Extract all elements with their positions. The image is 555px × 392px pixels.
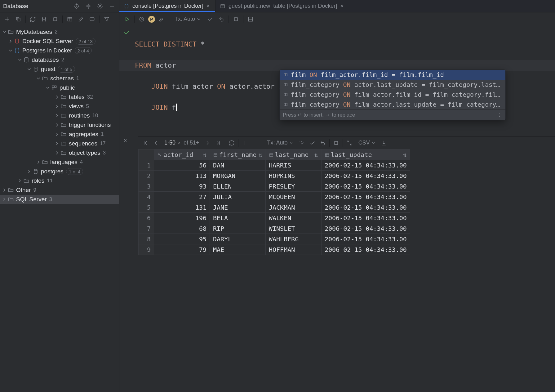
- cell-last-update[interactable]: 2006-02-15 04:34:33.00: [322, 234, 410, 244]
- stop-icon[interactable]: [51, 15, 60, 24]
- tree-node-object-types[interactable]: object types 3: [0, 148, 119, 158]
- cell-last-update[interactable]: 2006-02-15 04:34:33.00: [322, 223, 410, 234]
- tree-node-tables[interactable]: tables 32: [0, 92, 119, 102]
- filter-icon[interactable]: [102, 15, 111, 24]
- next-page-icon[interactable]: [203, 138, 212, 148]
- table-row[interactable]: 156DANHARRIS2006-02-15 04:34:33.00: [139, 160, 410, 171]
- stop-icon[interactable]: [231, 15, 241, 24]
- table-row[interactable]: 895DARYLWAHLBERG2006-02-15 04:34:33.00: [139, 234, 410, 244]
- cell-last-name[interactable]: PRESLEY: [266, 181, 322, 192]
- column-header[interactable]: actor_id ⇅: [154, 149, 210, 160]
- tree-node-postgres-db[interactable]: postgres 1 of 4: [0, 167, 119, 176]
- more-icon[interactable]: ⋮: [497, 112, 502, 118]
- cell-first-name[interactable]: DARYL: [210, 234, 266, 244]
- rollback-icon[interactable]: [217, 15, 226, 24]
- cell-last-name[interactable]: WAHLBERG: [266, 234, 322, 244]
- cell-last-name[interactable]: HOPKINS: [266, 171, 322, 181]
- target-icon[interactable]: [73, 2, 81, 10]
- stop-icon[interactable]: [331, 138, 341, 148]
- cell-actor-id[interactable]: 113: [154, 171, 210, 181]
- tree-node-sqlserver[interactable]: SQL Server 3: [0, 195, 119, 204]
- table-row[interactable]: 393ELLENPRESLEY2006-02-15 04:34:33.00: [139, 181, 410, 192]
- tree-node-roles[interactable]: roles 11: [0, 176, 119, 185]
- table-row[interactable]: 427JULIAMCQUEEN2006-02-15 04:34:33.00: [139, 192, 410, 202]
- tree-node-postgres[interactable]: Postgres in Docker 2 of 4: [0, 46, 119, 55]
- output-layout-icon[interactable]: [246, 15, 255, 24]
- gear-icon[interactable]: [96, 2, 104, 10]
- tree-node-views[interactable]: views 5: [0, 102, 119, 111]
- cell-last-update[interactable]: 2006-02-15 04:34:33.00: [322, 181, 410, 192]
- table-row[interactable]: 5131JANEJACKMAN2006-02-15 04:34:33.00: [139, 202, 410, 213]
- close-icon[interactable]: ×: [206, 3, 211, 9]
- cell-first-name[interactable]: JANE: [210, 202, 266, 213]
- autocomplete-item[interactable]: film_category ON film_actor.film_id = fi…: [280, 90, 505, 100]
- tree-node-trigger-functions[interactable]: trigger functions: [0, 120, 119, 130]
- diff-icon[interactable]: [39, 15, 49, 24]
- last-page-icon[interactable]: [214, 138, 223, 148]
- autocomplete-item[interactable]: film_category ON actor.last_update = fil…: [280, 80, 505, 90]
- column-header[interactable]: last_update ⇅: [322, 149, 410, 160]
- minimize-icon[interactable]: [108, 2, 116, 10]
- export-format-dropdown[interactable]: CSV: [355, 140, 378, 146]
- cell-actor-id[interactable]: 56: [154, 160, 210, 171]
- db-commit-icon[interactable]: DB: [297, 138, 306, 148]
- cell-actor-id[interactable]: 79: [154, 244, 210, 255]
- download-icon[interactable]: [379, 138, 388, 148]
- refresh-icon[interactable]: [28, 15, 38, 24]
- remove-row-icon[interactable]: [251, 138, 260, 148]
- tree-node-databases[interactable]: databases 2: [0, 55, 119, 65]
- commit-icon[interactable]: [206, 15, 215, 24]
- wrench-icon[interactable]: [157, 15, 166, 24]
- cell-last-name[interactable]: WINSLET: [266, 223, 322, 234]
- autocomplete-popup[interactable]: film ON film_actor.film_id = film.film_i…: [279, 69, 506, 120]
- first-page-icon[interactable]: [141, 138, 150, 148]
- tree-node-languages[interactable]: languages 4: [0, 158, 119, 167]
- autocomplete-item[interactable]: film_category ON film_actor.last_update …: [280, 100, 505, 109]
- close-icon[interactable]: ×: [124, 137, 129, 144]
- cell-first-name[interactable]: DAN: [210, 160, 266, 171]
- column-header[interactable]: first_name ⇅: [210, 149, 266, 160]
- page-range-dropdown[interactable]: 1-50 of 51+: [162, 140, 202, 146]
- cell-first-name[interactable]: ELLEN: [210, 181, 266, 192]
- cell-first-name[interactable]: BELA: [210, 213, 266, 223]
- table-view-icon[interactable]: [65, 15, 74, 24]
- cell-last-update[interactable]: 2006-02-15 04:34:33.00: [322, 160, 410, 171]
- reload-icon[interactable]: [227, 138, 236, 148]
- cell-last-update[interactable]: 2006-02-15 04:34:33.00: [322, 192, 410, 202]
- cell-actor-id[interactable]: 196: [154, 213, 210, 223]
- cell-actor-id[interactable]: 93: [154, 181, 210, 192]
- cell-actor-id[interactable]: 27: [154, 192, 210, 202]
- cell-first-name[interactable]: MAE: [210, 244, 266, 255]
- tab-new-table[interactable]: guest.public.new_table [Postgres in Dock…: [215, 0, 349, 12]
- results-grid[interactable]: actor_id ⇅first_name ⇅last_name ⇅last_up…: [138, 149, 555, 392]
- ql-icon[interactable]: [87, 15, 97, 24]
- edit-icon[interactable]: [76, 15, 86, 24]
- table-row[interactable]: 6196BELAWALKEN2006-02-15 04:34:33.00: [139, 213, 410, 223]
- collapse-all-icon[interactable]: [84, 2, 92, 10]
- tree-node-other[interactable]: Other 9: [0, 185, 119, 195]
- run-icon[interactable]: [122, 15, 132, 24]
- tree-node-aggregates[interactable]: aggregates 1: [0, 130, 119, 139]
- commit-icon[interactable]: [308, 138, 317, 148]
- cell-last-name[interactable]: HARRIS: [266, 160, 322, 171]
- cell-last-name[interactable]: WALKEN: [266, 213, 322, 223]
- cell-last-update[interactable]: 2006-02-15 04:34:33.00: [322, 244, 410, 255]
- add-row-icon[interactable]: [240, 138, 250, 148]
- cell-first-name[interactable]: MORGAN: [210, 171, 266, 181]
- column-header[interactable]: last_name ⇅: [266, 149, 322, 160]
- close-icon[interactable]: ×: [340, 3, 344, 9]
- cell-first-name[interactable]: RIP: [210, 223, 266, 234]
- rollback-icon[interactable]: [318, 138, 327, 148]
- results-tx-dropdown[interactable]: Tx: Auto: [264, 140, 296, 146]
- table-row[interactable]: 2113MORGANHOPKINS2006-02-15 04:34:33.00: [139, 171, 410, 181]
- table-row[interactable]: 979MAEHOFFMAN2006-02-15 04:34:33.00: [139, 244, 410, 255]
- autocomplete-item[interactable]: film ON film_actor.film_id = film.film_i…: [280, 70, 505, 80]
- tree-node-public[interactable]: public: [0, 83, 119, 92]
- cell-last-update[interactable]: 2006-02-15 04:34:33.00: [322, 202, 410, 213]
- tree-node-guest[interactable]: guest 1 of 5: [0, 65, 119, 74]
- tree-node-routines[interactable]: routines 10: [0, 111, 119, 120]
- cell-first-name[interactable]: JULIA: [210, 192, 266, 202]
- tx-mode-dropdown[interactable]: Tx: Auto: [171, 16, 204, 22]
- expand-icon[interactable]: [345, 138, 354, 148]
- explain-plan-icon[interactable]: P: [148, 16, 155, 23]
